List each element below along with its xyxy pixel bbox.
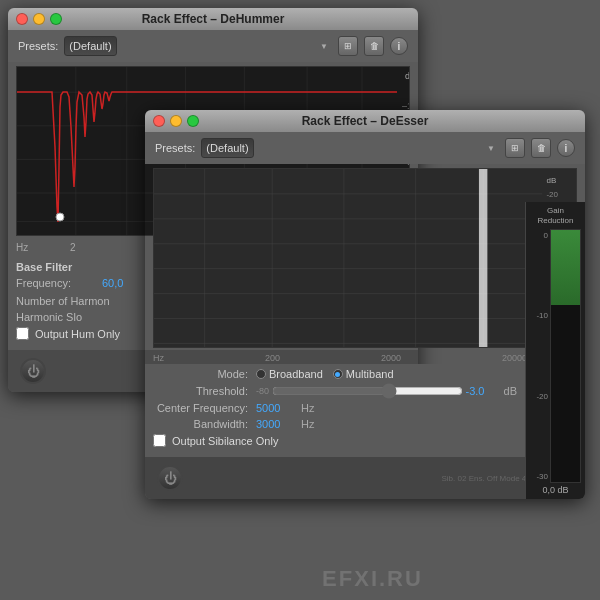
dehummer-maximize-button[interactable] — [50, 13, 62, 25]
dehummer-preset-delete-button[interactable]: 🗑 — [364, 36, 384, 56]
deesser-bandwidth-label: Bandwidth: — [153, 418, 248, 430]
deesser-freq-labels: Hz 200 2000 20000 — [145, 352, 535, 364]
deesser-freq-200: 200 — [265, 353, 280, 363]
deesser-graph-svg: -20 -40 -60 -80 -100 -120 dB — [154, 169, 576, 347]
deesser-mode-broadband[interactable]: Broadband — [256, 368, 323, 380]
deesser-threshold-row: Threshold: -80 -3.0 dB — [153, 384, 517, 398]
deesser-threshold-unit: dB — [504, 385, 517, 397]
deesser-power-button[interactable]: ⏻ — [157, 465, 183, 491]
deesser-title: Rack Effect – DeEsser — [302, 114, 429, 128]
gr-label-30: -30 — [530, 472, 548, 481]
gr-labels: 0 -10 -20 -30 — [530, 229, 548, 483]
dehummer-presets-label: Presets: — [18, 40, 58, 52]
dehummer-output-hum-checkbox[interactable] — [16, 327, 29, 340]
gain-reduction-panel: Gain Reduction 0 -10 -20 -30 0,0 dB — [525, 202, 585, 499]
deesser-body: -20 -40 -60 -80 -100 -120 dB Hz 200 2000… — [145, 168, 585, 499]
deesser-bandwidth-row: Bandwidth: 3000 Hz — [153, 418, 517, 430]
dehummer-minimize-button[interactable] — [33, 13, 45, 25]
deesser-freq-2000: 2000 — [381, 353, 401, 363]
dehummer-frequency-label: Frequency: — [16, 277, 96, 289]
dehummer-info-button[interactable]: i — [390, 37, 408, 55]
watermark: EFXI.RU — [145, 566, 600, 592]
dehummer-power-button[interactable]: ⏻ — [20, 358, 46, 384]
deesser-mode-radio-group: Broadband Multiband — [256, 368, 394, 380]
deesser-mode-label: Mode: — [153, 368, 248, 380]
gain-reduction-meter-area: 0 -10 -20 -30 — [528, 229, 583, 483]
dehummer-presets-select[interactable]: (Default) — [64, 36, 117, 56]
dehummer-titlebar: Rack Effect – DeHummer — [8, 8, 418, 30]
deesser-minimize-button[interactable] — [170, 115, 182, 127]
dehummer-harmonics-slope-label: Harmonic Slo — [16, 311, 96, 323]
deesser-info-button[interactable]: i — [557, 139, 575, 157]
deesser-bottom-bar: ⏻ Sib. 02 Ens. Off Mode 48000... sion 1.… — [145, 457, 585, 499]
deesser-maximize-button[interactable] — [187, 115, 199, 127]
deesser-bandwidth-value: 3000 — [256, 418, 291, 430]
deesser-preset-save-button[interactable]: ⊞ — [505, 138, 525, 158]
deesser-freq-hz: Hz — [153, 353, 164, 363]
dehummer-traffic-lights — [16, 13, 62, 25]
deesser-presets-row: Presets: (Default) ⊞ 🗑 i — [145, 132, 585, 164]
deesser-presets-label: Presets: — [155, 142, 195, 154]
deesser-center-freq-value: 5000 — [256, 402, 291, 414]
deesser-controls: Mode: Broadband Multiband Threshold: -8 — [145, 364, 525, 457]
svg-text:dB: dB — [546, 176, 556, 185]
gr-meter-bar — [550, 229, 581, 483]
deesser-threshold-min: -80 — [256, 386, 269, 396]
gain-reduction-title: Gain Reduction — [528, 204, 583, 229]
svg-point-11 — [56, 213, 64, 221]
gr-label-20: -20 — [530, 392, 548, 401]
dehummer-output-hum-label: Output Hum Only — [35, 328, 120, 340]
deesser-mode-multiband[interactable]: Multiband — [333, 368, 394, 380]
deesser-output-sibilance-checkbox[interactable] — [153, 434, 166, 447]
deesser-presets-wrapper: (Default) — [201, 138, 499, 158]
gr-label-10: -10 — [530, 311, 548, 320]
svg-text:dB: dB — [405, 71, 409, 81]
dehummer-title: Rack Effect – DeHummer — [142, 12, 285, 26]
deesser-close-button[interactable] — [153, 115, 165, 127]
deesser-threshold-value: -3.0 — [466, 385, 501, 397]
deesser-freq-20000: 20000 — [502, 353, 527, 363]
svg-rect-29 — [479, 169, 487, 347]
dehummer-frequency-value: 60,0 — [102, 277, 142, 289]
deesser-threshold-slider[interactable] — [272, 384, 463, 398]
deesser-multiband-radio[interactable] — [333, 369, 343, 379]
deesser-threshold-label: Threshold: — [153, 385, 248, 397]
deesser-traffic-lights — [153, 115, 199, 127]
dehummer-preset-save-button[interactable]: ⊞ — [338, 36, 358, 56]
deesser-titlebar: Rack Effect – DeEsser — [145, 110, 585, 132]
deesser-window: Rack Effect – DeEsser Presets: (Default)… — [145, 110, 585, 499]
deesser-multiband-label: Multiband — [346, 368, 394, 380]
deesser-preset-delete-button[interactable]: 🗑 — [531, 138, 551, 158]
deesser-mode-row: Mode: Broadband Multiband — [153, 368, 517, 380]
deesser-output-sibilance-row: Output Sibilance Only — [153, 434, 517, 447]
gr-label-0: 0 — [530, 231, 548, 240]
gr-meter-fill — [551, 230, 580, 306]
dehummer-presets-row: Presets: (Default) ⊞ 🗑 i — [8, 30, 418, 62]
deesser-center-freq-label: Center Frequency: — [153, 402, 248, 414]
deesser-broadband-radio[interactable] — [256, 369, 266, 379]
svg-text:-20: -20 — [546, 190, 558, 199]
deesser-bandwidth-unit: Hz — [301, 418, 314, 430]
deesser-center-freq-row: Center Frequency: 5000 Hz — [153, 402, 517, 414]
dehummer-close-button[interactable] — [16, 13, 28, 25]
deesser-output-sibilance-label: Output Sibilance Only — [172, 435, 278, 447]
deesser-center-freq-unit: Hz — [301, 402, 314, 414]
deesser-threshold-control: -80 -3.0 dB — [256, 384, 517, 398]
deesser-graph: -20 -40 -60 -80 -100 -120 dB — [153, 168, 577, 348]
deesser-presets-select[interactable]: (Default) — [201, 138, 254, 158]
dehummer-presets-wrapper: (Default) — [64, 36, 332, 56]
gr-value: 0,0 dB — [542, 483, 568, 497]
dehummer-harmonics-number-label: Number of Harmon — [16, 295, 110, 307]
deesser-broadband-label: Broadband — [269, 368, 323, 380]
